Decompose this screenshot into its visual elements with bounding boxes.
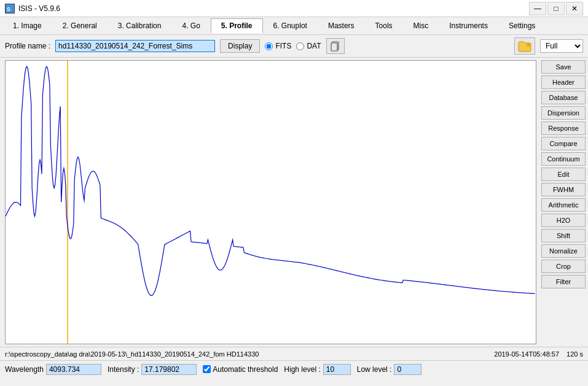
fwhm-button[interactable]: FWHM xyxy=(541,183,586,196)
svg-point-4 xyxy=(527,43,530,47)
dat-radio-group: DAT xyxy=(296,42,321,50)
title-bar: S ISIS - V5.9.6 — □ ✕ xyxy=(0,0,588,17)
tab-settings[interactable]: Settings xyxy=(498,18,546,33)
profile-name-label: Profile name : xyxy=(5,42,50,50)
tab-instruments[interactable]: Instruments xyxy=(439,18,498,33)
arithmetic-button[interactable]: Arithmetic xyxy=(541,198,586,212)
wavelength-label: Wavelength xyxy=(5,365,44,374)
tab-1--image[interactable]: 1. Image xyxy=(2,18,52,33)
toolbar: Profile name : Display FITS DAT FullZoom… xyxy=(0,35,588,58)
filter-button[interactable]: Filter xyxy=(541,275,586,288)
continuum-button[interactable]: Continuum xyxy=(541,152,586,166)
low-level-input[interactable] xyxy=(394,364,421,375)
datetime: 2019-05-14T05:48:57 xyxy=(494,350,559,358)
tab-3--calibration[interactable]: 3. Calibration xyxy=(108,18,172,33)
chart-area xyxy=(5,60,536,344)
auto-threshold-label: Automatic threshold xyxy=(203,365,278,374)
copy-button[interactable] xyxy=(326,38,345,54)
maximize-button[interactable]: □ xyxy=(547,2,565,15)
window-controls: — □ ✕ xyxy=(529,2,583,15)
database-button[interactable]: Database xyxy=(541,91,586,104)
response-button[interactable]: Response xyxy=(541,122,586,135)
duration: 120 s xyxy=(566,350,583,358)
fits-radio-group: FITS xyxy=(265,42,291,50)
auto-threshold-checkbox[interactable] xyxy=(203,365,211,373)
menu-bar: 1. Image2. General3. Calibration4. Go5. … xyxy=(0,17,588,35)
compare-button[interactable]: Compare xyxy=(541,137,586,150)
wavelength-input[interactable] xyxy=(46,364,101,375)
copy-icon xyxy=(330,41,341,52)
tab-tools[interactable]: Tools xyxy=(365,18,403,33)
dispersion-button[interactable]: Dispersion xyxy=(541,106,586,120)
view-dropdown[interactable]: FullZoomHalf xyxy=(540,39,583,53)
high-level-field: High level : xyxy=(284,364,350,375)
intensity-input[interactable] xyxy=(141,364,197,375)
fits-label: FITS xyxy=(275,42,291,50)
sidebar: SaveHeaderDatabaseDispersionResponseComp… xyxy=(539,58,588,347)
edit-button[interactable]: Edit xyxy=(541,168,586,181)
save-button[interactable]: Save xyxy=(541,60,586,74)
display-button[interactable]: Display xyxy=(220,39,260,53)
high-level-input[interactable] xyxy=(323,364,351,375)
profile-name-input[interactable] xyxy=(55,40,215,52)
spectrum-canvas xyxy=(6,61,536,344)
low-level-label: Low level : xyxy=(357,365,392,374)
app-title: ISIS - V5.9.6 xyxy=(18,4,529,13)
wavelength-field: Wavelength xyxy=(5,364,101,375)
high-level-label: High level : xyxy=(284,365,320,374)
shift-button[interactable]: Shift xyxy=(541,229,586,242)
app-icon: S xyxy=(5,4,15,14)
fits-radio[interactable] xyxy=(265,42,273,50)
dat-label: DAT xyxy=(307,42,321,50)
minimize-button[interactable]: — xyxy=(529,2,546,15)
main-content: SaveHeaderDatabaseDispersionResponseComp… xyxy=(0,58,588,347)
close-button[interactable]: ✕ xyxy=(566,2,583,15)
tab-4--go[interactable]: 4. Go xyxy=(171,18,210,33)
svg-text:S: S xyxy=(7,6,10,12)
intensity-label: Intensity : xyxy=(108,365,139,374)
dat-radio[interactable] xyxy=(296,42,304,50)
h2o-button[interactable]: H2O xyxy=(541,214,586,227)
tab-5--profile[interactable]: 5. Profile xyxy=(211,18,263,33)
bottom-bar: Wavelength Intensity : Automatic thresho… xyxy=(0,360,588,377)
tab-masters[interactable]: Masters xyxy=(318,18,365,33)
folder-icon xyxy=(517,39,532,53)
low-level-field: Low level : xyxy=(357,364,422,375)
file-path: r:\spectroscopy_data\ag dra\2019-05-13\_… xyxy=(5,350,487,358)
folder-button[interactable] xyxy=(514,37,535,55)
header-button[interactable]: Header xyxy=(541,75,586,89)
crop-button[interactable]: Crop xyxy=(541,260,586,273)
tab-2--general[interactable]: 2. General xyxy=(52,18,108,33)
nomalize-button[interactable]: Nomalize xyxy=(541,244,586,258)
tab-6--gnuplot[interactable]: 6. Gnuplot xyxy=(263,18,318,33)
status-bar: r:\spectroscopy_data\ag dra\2019-05-13\_… xyxy=(0,347,588,360)
svg-rect-3 xyxy=(331,43,337,51)
intensity-field: Intensity : xyxy=(108,364,197,375)
tab-misc[interactable]: Misc xyxy=(403,18,439,33)
